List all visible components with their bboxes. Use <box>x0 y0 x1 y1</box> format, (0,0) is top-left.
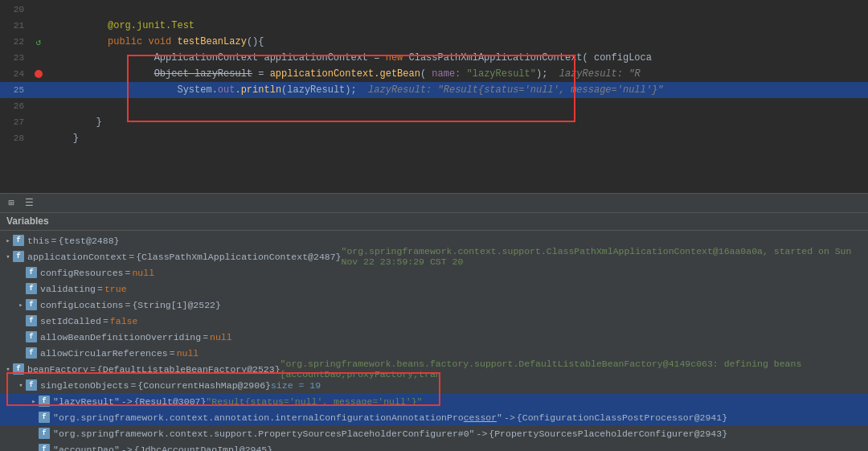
field-icon-allowcircular: f <box>26 347 37 359</box>
field-icon-configlocs: f <box>26 299 37 310</box>
field-icon-allowbeandef: f <box>26 331 37 342</box>
var-row-accountdao[interactable]: f "accountDao" -> {JdbcAccountDaoImpl@29… <box>0 441 868 451</box>
var-row-singletonobjs[interactable]: f singletonObjects = {ConcurrentHashMap@… <box>0 377 868 393</box>
variables-panel: ⊞ ☰ Variables f this = {test@2488} f app… <box>0 193 868 451</box>
expand-allowbeandef <box>16 332 26 342</box>
line-num-27: 27 <box>0 117 31 127</box>
code-line-24: 24 Object lazyResult = applicationContex… <box>0 66 868 82</box>
editor-area: 20 21 @org.junit.Test 22 ↺ public void t… <box>0 0 868 193</box>
ide-window: 20 21 @org.junit.Test 22 ↺ public void t… <box>0 0 868 451</box>
var-name-this: this <box>27 236 50 246</box>
expand-lazyresult[interactable] <box>29 396 39 406</box>
field-icon-accountdao: f <box>39 444 50 451</box>
code-line-28: 28 } <box>0 130 868 146</box>
field-icon-orgspring1: f <box>39 412 50 423</box>
line-num-21: 21 <box>0 21 31 31</box>
field-icon-validating: f <box>26 283 37 294</box>
variables-label: Variables <box>6 215 49 227</box>
line-num-20: 20 <box>0 5 31 14</box>
field-icon-appctx: f <box>13 251 24 262</box>
variables-label-bar: Variables <box>0 213 868 231</box>
code-line-26: 26 <box>0 98 868 114</box>
list-icon[interactable]: ☰ <box>23 197 35 210</box>
breakpoint-icon <box>35 70 43 78</box>
gutter-22: ↺ <box>31 37 47 47</box>
var-row-appctx[interactable]: f applicationContext = {ClassPathXmlAppl… <box>0 248 868 264</box>
expand-this[interactable] <box>3 236 13 245</box>
var-row-beanfactory[interactable]: f beanFactory = {DefaultListableBeanFact… <box>0 361 868 377</box>
code-line-27: 27 } <box>0 114 868 130</box>
expand-configres <box>16 268 26 277</box>
line-content-24: Object lazyResult = applicationContext.g… <box>47 57 868 91</box>
var-row-configlocs[interactable]: f configLocations = {String[1]@2522} <box>0 297 868 313</box>
panel-toolbar: ⊞ ☰ <box>0 194 868 213</box>
expand-singletonobjs[interactable] <box>16 380 26 390</box>
line-num-26: 26 <box>0 101 31 111</box>
line-num-22: 22 <box>0 37 31 47</box>
expand-validating <box>16 284 26 293</box>
var-row-allowbeandef[interactable]: f allowBeanDefinitionOverriding = null <box>0 329 868 345</box>
field-icon-lazyresult: f <box>39 396 50 407</box>
var-name-appctx: applicationContext <box>27 252 127 262</box>
var-row-orgspring2[interactable]: f "org.springframework.context.support.P… <box>0 425 868 441</box>
expand-appctx[interactable] <box>3 252 13 261</box>
line-num-24: 24 <box>0 69 31 79</box>
variables-content[interactable]: f this = {test@2488} f applicationContex… <box>0 231 868 451</box>
line-content-27: } <box>47 117 868 128</box>
expand-beanfactory[interactable] <box>3 364 13 374</box>
var-row-setidcalled[interactable]: f setIdCalled = false <box>0 313 868 329</box>
var-row-orgspring1[interactable]: f "org.springframework.context.annotatio… <box>0 409 868 425</box>
layout-icon[interactable]: ⊞ <box>5 197 18 210</box>
line-num-25: 25 <box>0 85 31 95</box>
field-icon-configres: f <box>26 267 37 278</box>
var-row-configres[interactable]: f configResources = null <box>0 264 868 281</box>
line-content-28: } <box>47 133 868 144</box>
field-icon-beanfactory: f <box>13 363 24 375</box>
line-num-23: 23 <box>0 53 31 63</box>
field-icon-this: f <box>13 235 24 246</box>
field-icon-setidcalled: f <box>26 315 37 326</box>
expand-orgspring1 <box>29 412 39 422</box>
expand-orgspring2 <box>29 428 39 438</box>
line-num-28: 28 <box>0 133 31 143</box>
field-icon-orgspring2: f <box>39 428 50 439</box>
expand-allowcircular <box>16 348 26 358</box>
var-row-lazyresult[interactable]: f "lazyResult" -> {Result@3007} "Result{… <box>0 393 868 409</box>
expand-configlocs[interactable] <box>16 300 26 310</box>
expand-setidcalled <box>16 316 26 326</box>
code-lines: 20 21 @org.junit.Test 22 ↺ public void t… <box>0 0 868 146</box>
var-row-validating[interactable]: f validating = true <box>0 281 868 297</box>
expand-accountdao <box>29 445 39 451</box>
field-icon-singletonobjs: f <box>26 379 37 391</box>
